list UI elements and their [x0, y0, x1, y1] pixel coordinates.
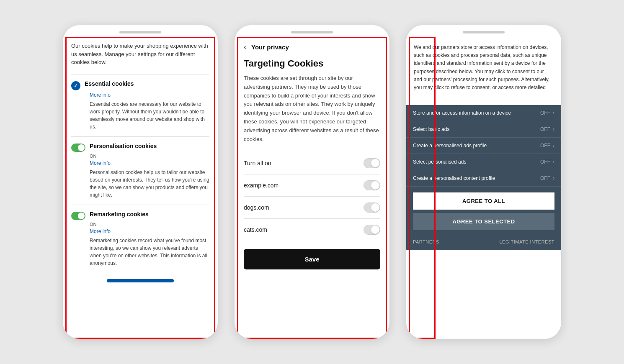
- blue-progress-bar: [107, 279, 174, 282]
- personalisation-cookies-header: Personalisation cookies: [71, 143, 209, 152]
- phone3-content: We and our partners store or access info…: [406, 37, 561, 339]
- phone-notch-1: [119, 31, 161, 33]
- phone3-dark-section: Store and/or access information on a dev…: [406, 105, 561, 250]
- targeting-cookies-description: These cookies are set through our site b…: [244, 74, 380, 144]
- essential-check-icon: [71, 81, 80, 90]
- personalised-content-profile-chevron-icon: ›: [553, 175, 554, 181]
- select-personalised-ads-row[interactable]: Select personalised ads OFF ›: [406, 154, 561, 170]
- phone1-content: Our cookies help to make your shopping e…: [63, 37, 218, 339]
- phone2-header-title: Your privacy: [251, 44, 289, 51]
- example-com-label: example.com: [244, 182, 278, 189]
- remarketing-cookies-title: Remarketing cookies: [90, 211, 149, 218]
- phone-1: Our cookies help to make your shopping e…: [63, 25, 218, 339]
- phone-screen-3: We and our partners store or access info…: [406, 37, 561, 339]
- personalised-ads-profile-chevron-icon: ›: [553, 143, 554, 149]
- dogs-com-toggle[interactable]: [364, 203, 380, 213]
- store-access-row[interactable]: Store and/or access information on a dev…: [406, 105, 561, 121]
- select-personalised-ads-chevron-icon: ›: [553, 159, 554, 165]
- turn-all-on-label: Turn all on: [244, 160, 271, 167]
- phone3-top-section: We and our partners store or access info…: [406, 37, 561, 105]
- phone1-intro-text: Our cookies help to make your shopping e…: [71, 42, 209, 67]
- select-basic-ads-label: Select basic ads: [413, 126, 540, 132]
- personalisation-cookies-title: Personalisation cookies: [90, 143, 157, 149]
- select-basic-ads-status: OFF: [540, 126, 550, 132]
- remarketing-more-info-link[interactable]: More info: [90, 228, 209, 234]
- dogs-com-label: dogs.com: [244, 204, 269, 211]
- example-com-row: example.com: [244, 174, 380, 196]
- phone2-content: ‹ Your privacy Targeting Cookies These c…: [235, 37, 389, 339]
- agree-to-selected-button[interactable]: AGREE TO SELECTED: [413, 213, 554, 230]
- personalisation-toggle[interactable]: [71, 144, 85, 152]
- remarketing-cookies-section: Remarketing cookies ON More info Remarke…: [71, 205, 209, 273]
- select-personalised-ads-label: Select personalised ads: [413, 159, 540, 165]
- personalisation-cookies-section: Personalisation cookies ON More info Per…: [71, 136, 209, 205]
- phone-3: We and our partners store or access info…: [406, 25, 561, 339]
- store-access-chevron-icon: ›: [553, 110, 554, 116]
- personalised-ads-profile-row[interactable]: Create a personalised ads profile OFF ›: [406, 138, 561, 154]
- phone-screen-2: ‹ Your privacy Targeting Cookies These c…: [235, 37, 389, 339]
- personalised-ads-profile-status: OFF: [540, 143, 550, 149]
- phone2-header: ‹ Your privacy: [244, 43, 380, 51]
- select-basic-ads-row[interactable]: Select basic ads OFF ›: [406, 121, 561, 138]
- save-button[interactable]: Save: [244, 249, 380, 269]
- cats-com-row: cats.com: [244, 218, 380, 241]
- personalisation-on-label: ON: [90, 154, 209, 159]
- phone3-intro-text: We and our partners store or access info…: [414, 44, 554, 92]
- phone3-footer: PARTNERS LEGITIMATE INTEREST: [406, 235, 561, 250]
- personalised-content-profile-label: Create a personalised content profile: [413, 175, 540, 181]
- personalisation-cookies-description: Personalisation cookies help us to tailo…: [90, 169, 209, 199]
- remarketing-cookies-description: Remarketing cookies record what you've f…: [90, 237, 209, 267]
- store-access-status: OFF: [540, 110, 550, 116]
- personalised-ads-profile-label: Create a personalised ads profile: [413, 143, 540, 149]
- essential-cookies-description: Essential cookies are necessary for our …: [90, 100, 209, 131]
- cats-com-toggle[interactable]: [364, 225, 380, 235]
- legitimate-interest-link[interactable]: LEGITIMATE INTEREST: [499, 239, 554, 244]
- essential-cookies-section: Essential cookies More info Essential co…: [71, 74, 209, 136]
- phone-notch-3: [463, 31, 505, 33]
- remarketing-toggle[interactable]: [71, 212, 85, 220]
- targeting-cookies-title: Targeting Cookies: [244, 58, 380, 69]
- phone1-footer: [71, 273, 209, 288]
- example-com-toggle[interactable]: [364, 180, 380, 190]
- dogs-com-row: dogs.com: [244, 196, 380, 218]
- agree-to-all-button[interactable]: AGREE TO ALL: [413, 192, 554, 210]
- turn-all-on-row: Turn all on: [244, 152, 380, 174]
- essential-cookies-header: Essential cookies: [71, 80, 209, 90]
- phone-2: ‹ Your privacy Targeting Cookies These c…: [235, 25, 389, 339]
- essential-more-info-link[interactable]: More info: [90, 92, 209, 98]
- select-personalised-ads-status: OFF: [540, 159, 550, 165]
- remarketing-cookies-header: Remarketing cookies: [71, 211, 209, 220]
- store-access-label: Store and/or access information on a dev…: [413, 110, 540, 116]
- remarketing-on-label: ON: [90, 222, 209, 227]
- back-arrow-icon[interactable]: ‹: [244, 43, 246, 51]
- phone-screen-1: Our cookies help to make your shopping e…: [63, 37, 218, 339]
- partners-link[interactable]: PARTNERS: [413, 239, 439, 244]
- personalisation-more-info-link[interactable]: More info: [90, 160, 209, 166]
- turn-all-on-toggle[interactable]: [364, 158, 380, 168]
- select-basic-ads-chevron-icon: ›: [553, 126, 554, 132]
- phone-notch-2: [291, 31, 333, 33]
- personalised-content-profile-row[interactable]: Create a personalised content profile OF…: [406, 170, 561, 187]
- essential-cookies-title: Essential cookies: [85, 80, 134, 87]
- cats-com-label: cats.com: [244, 226, 267, 233]
- personalised-content-profile-status: OFF: [540, 175, 550, 181]
